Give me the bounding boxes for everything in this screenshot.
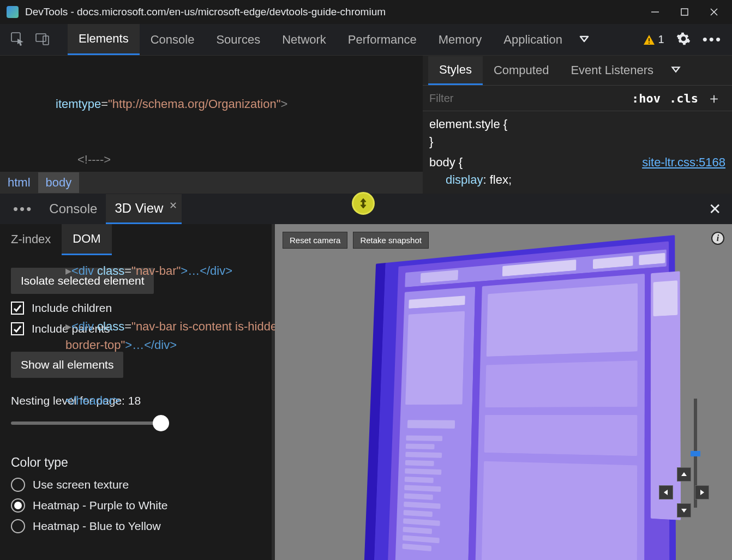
more-tabs-icon[interactable] bbox=[670, 63, 682, 77]
warnings-count: 1 bbox=[658, 33, 664, 46]
tab-console[interactable]: Console bbox=[140, 25, 206, 55]
crumb-body[interactable]: body bbox=[38, 172, 80, 193]
attr-itemtype: itemtype bbox=[56, 97, 101, 111]
disclosure-triangle-icon[interactable]: ▸ bbox=[65, 264, 71, 278]
warnings-badge[interactable]: 1 bbox=[643, 33, 664, 46]
window-titlebar: DevTools - docs.microsoft.com/en-us/micr… bbox=[0, 0, 732, 24]
breadcrumb: html body bbox=[0, 172, 423, 194]
svg-rect-5 bbox=[36, 34, 46, 41]
comment-node: <!----> bbox=[77, 153, 111, 166]
radio-screen-texture[interactable] bbox=[11, 478, 25, 492]
window-title: DevTools - docs.microsoft.com/en-us/micr… bbox=[25, 6, 648, 18]
elements-panel[interactable]: itemtype="http://schema.org/Organization… bbox=[0, 56, 423, 194]
more-tabs-icon[interactable] bbox=[578, 32, 591, 47]
drawer-tab-console[interactable]: Console bbox=[40, 195, 106, 223]
kebab-menu-icon[interactable]: ••• bbox=[703, 31, 722, 48]
tab-network[interactable]: Network bbox=[271, 25, 337, 55]
app-icon bbox=[7, 6, 19, 18]
info-icon[interactable]: i bbox=[711, 232, 724, 245]
styles-tab[interactable]: Styles bbox=[428, 56, 483, 85]
drawer-tab-3dview[interactable]: 3D View ✕ bbox=[106, 194, 182, 224]
stylesheet-link[interactable]: site-ltr.css:5168 bbox=[642, 154, 725, 171]
filter-input[interactable] bbox=[429, 92, 627, 105]
rule-element-style[interactable]: element.style { bbox=[429, 117, 507, 131]
3d-dom-stack bbox=[374, 235, 676, 560]
drawer-tabbar: ••• Console 3D View ✕ ✕ bbox=[0, 194, 732, 224]
disclosure-triangle-icon[interactable]: ▸ bbox=[65, 320, 71, 333]
nesting-slider[interactable] bbox=[11, 415, 169, 431]
minimize-button[interactable] bbox=[648, 5, 662, 19]
tab-memory[interactable]: Memory bbox=[428, 25, 493, 55]
new-rule-icon[interactable]: ＋ bbox=[703, 89, 725, 108]
settings-icon[interactable] bbox=[676, 32, 691, 48]
tab-performance[interactable]: Performance bbox=[337, 25, 428, 55]
closing-tag: </header> bbox=[65, 394, 120, 407]
hov-toggle[interactable]: :hov bbox=[627, 89, 665, 107]
svg-rect-1 bbox=[681, 9, 688, 15]
pan-down-button[interactable] bbox=[677, 503, 691, 517]
svg-rect-7 bbox=[649, 38, 650, 41]
inspect-icon[interactable] bbox=[10, 31, 25, 49]
radio-heatmap-blue[interactable] bbox=[11, 519, 25, 533]
rule-body-selector[interactable]: body { bbox=[429, 155, 463, 169]
drawer-menu-icon[interactable]: ••• bbox=[5, 201, 40, 218]
color-type-heading: Color type bbox=[11, 455, 261, 470]
maximize-button[interactable] bbox=[677, 5, 692, 19]
resize-handle-icon[interactable] bbox=[352, 192, 375, 215]
main-toolbar: Elements Console Sources Network Perform… bbox=[0, 24, 732, 56]
crumb-html[interactable]: html bbox=[0, 172, 38, 193]
retake-snapshot-button[interactable]: Retake snapshot bbox=[353, 232, 429, 249]
close-tab-icon[interactable]: ✕ bbox=[169, 200, 177, 212]
tab-elements[interactable]: Elements bbox=[68, 24, 140, 55]
cls-toggle[interactable]: .cls bbox=[665, 89, 703, 107]
pan-controls bbox=[659, 467, 709, 517]
3d-viewport[interactable]: Reset camera Retake snapshot i bbox=[275, 224, 732, 560]
pan-right-button[interactable] bbox=[695, 485, 709, 499]
styles-panel: Styles Computed Event Listeners :hov .cl… bbox=[423, 56, 732, 194]
pan-left-button[interactable] bbox=[659, 485, 673, 499]
css-prop-display[interactable]: display bbox=[446, 173, 483, 186]
reset-camera-button[interactable]: Reset camera bbox=[283, 232, 347, 249]
tab-application[interactable]: Application bbox=[493, 25, 573, 55]
event-listeners-tab[interactable]: Event Listeners bbox=[560, 57, 664, 84]
tab-sources[interactable]: Sources bbox=[205, 25, 271, 55]
pan-up-button[interactable] bbox=[677, 467, 691, 481]
close-drawer-icon[interactable]: ✕ bbox=[703, 200, 727, 218]
computed-tab[interactable]: Computed bbox=[483, 57, 560, 84]
device-toggle-icon[interactable] bbox=[35, 31, 50, 49]
radio-heatmap-purple[interactable] bbox=[11, 498, 25, 513]
svg-rect-8 bbox=[649, 43, 650, 44]
close-button[interactable] bbox=[707, 5, 721, 19]
